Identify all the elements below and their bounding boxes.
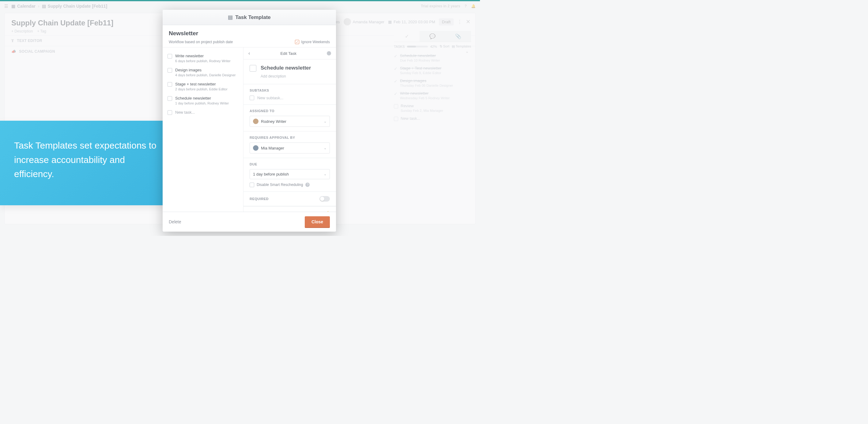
task-item[interactable]: ✓Design imagesThursday Feb 06 Danielle D… — [394, 77, 471, 89]
tab-comments[interactable]: 💬 — [420, 31, 445, 42]
due-select[interactable]: 1 day before publish ⌄ — [250, 169, 330, 179]
task-meta: Thursday Feb 06 Danielle Designer — [400, 84, 453, 87]
add-tag-link[interactable]: + Tag — [37, 29, 46, 33]
back-icon[interactable]: ‹ — [248, 51, 250, 56]
progress-bar — [407, 46, 428, 48]
template-task-list: Write newsletter6 days before publish, R… — [163, 48, 244, 212]
task-item[interactable]: ✓Stage + Test newsletterSunday Feb 9, Ed… — [394, 64, 471, 77]
template-task-item[interactable]: Design images4 days before publish, Dani… — [167, 65, 238, 79]
new-task-row[interactable]: New task... — [167, 108, 238, 117]
checkbox-icon — [394, 117, 398, 121]
assigned-label: ASSIGNED TO — [250, 109, 330, 113]
checkbox-icon — [394, 104, 398, 109]
task-title: Schedule newsletter — [400, 53, 440, 58]
required-toggle[interactable] — [319, 196, 330, 202]
close-icon[interactable]: ✕ — [466, 19, 470, 25]
help-icon[interactable]: ? — [305, 183, 310, 187]
calendar-icon: ▦ — [388, 20, 392, 24]
edit-task-title[interactable]: Schedule newsletter — [261, 65, 311, 71]
edit-task-header: Edit Task — [280, 51, 297, 56]
sort-link[interactable]: ⇅ Sort — [439, 44, 449, 49]
checkbox-icon — [167, 110, 172, 115]
check-icon: ✓ — [394, 66, 398, 71]
task-meta: 1 day before publish, Rodney Writer — [175, 101, 229, 105]
trial-text: Trial expires in 2 years — [421, 4, 460, 8]
template-task-item[interactable]: Stage + test newsletter2 days before pub… — [167, 79, 238, 93]
task-meta: 2 days before publish, Eddie Editor — [175, 87, 227, 91]
task-item[interactable]: ReviewSunday Feb 2, Mia Manager — [394, 102, 471, 114]
new-subtask-row[interactable]: New subtask... — [250, 95, 330, 100]
owner-pill[interactable]: Amanda Manager — [344, 18, 384, 25]
close-button[interactable]: Close — [305, 216, 330, 227]
right-panel: ✓ 💬 📎 TASKS 42% ⇅ Sort ▤ Templates ✓Sche… — [390, 28, 475, 126]
delete-button[interactable]: Delete — [169, 219, 181, 224]
task-item[interactable]: ✓Write newsletterWednesday Feb 5 Rodney … — [394, 89, 471, 102]
help-icon[interactable]: ? — [465, 4, 467, 8]
help-icon[interactable]: ? — [327, 51, 331, 56]
checkbox-icon[interactable] — [167, 68, 172, 72]
new-task-row[interactable]: New task... — [394, 114, 471, 123]
status-badge[interactable]: Draft — [439, 19, 454, 25]
checkbox-checked-icon: ✓ — [295, 40, 299, 44]
task-title: Review — [401, 103, 443, 108]
tab-attachments[interactable]: 📎 — [445, 31, 471, 42]
template-icon: ▤ — [228, 14, 233, 20]
required-label: REQUIRED — [250, 197, 269, 201]
breadcrumb-root[interactable]: Calendar — [17, 4, 35, 8]
calendar-icon: ▦ — [11, 4, 15, 8]
ignore-weekends-checkbox[interactable]: ✓ Ignore Weekends — [295, 40, 330, 44]
avatar-icon — [253, 145, 258, 151]
check-icon: ✓ — [394, 79, 398, 84]
promo-card: Task Templates set expectations to incre… — [0, 121, 172, 205]
add-description-link[interactable]: + Description — [11, 29, 33, 33]
date-pill[interactable]: ▦Feb 11, 2020 03:00 PM — [388, 20, 435, 24]
template-task-item[interactable]: Write newsletter6 days before publish, R… — [167, 51, 238, 65]
approval-select[interactable]: Mia Manager ⌄ — [250, 143, 330, 153]
modal-titlebar: ▤Task Template — [163, 10, 336, 25]
assigned-select[interactable]: Rodney Writer ⌄ — [250, 116, 330, 127]
chevron-down-icon: ⌄ — [324, 146, 327, 150]
avatar-icon — [253, 119, 258, 124]
task-title: Write newsletter — [400, 91, 450, 96]
templates-link[interactable]: ▤ Templates — [452, 44, 471, 49]
more-icon[interactable]: ⋮ — [457, 19, 462, 25]
task-item[interactable]: ✓Schedule newsletterDue Feb 10 Rodney Wr… — [394, 52, 471, 64]
bell-icon[interactable]: 🔔 — [471, 4, 476, 8]
menu-icon[interactable]: ☰ — [4, 4, 8, 8]
task-title: Write newsletter — [175, 54, 230, 58]
task-meta: Sunday Feb 9, Eddie Editor — [400, 71, 441, 75]
workflow-sub: Workflow based on project publish date — [169, 40, 233, 44]
tasks-label: TASKS — [394, 45, 405, 49]
percent: 42% — [430, 45, 437, 49]
disable-resched-label: Disable Smart Rescheduling — [257, 183, 303, 187]
chevron-down-icon: ⌄ — [324, 119, 327, 123]
promo-text: Task Templates set expectations to incre… — [14, 139, 157, 181]
checkbox-icon[interactable] — [167, 82, 172, 87]
template-task-item[interactable]: Schedule newsletter1 day before publish,… — [167, 93, 238, 108]
breadcrumb-current[interactable]: Supply Chain Update [Feb11] — [48, 4, 107, 8]
task-meta: Sunday Feb 2, Mia Manager — [401, 109, 443, 113]
check-icon: ✓ — [394, 54, 398, 59]
checkbox-icon[interactable] — [167, 54, 172, 59]
chevron-down-icon: ⌄ — [324, 172, 327, 176]
task-meta: Wednesday Feb 5 Rodney Writer — [400, 96, 450, 100]
chevron-down-icon: ⌄ — [466, 49, 469, 54]
task-title: Schedule newsletter — [175, 96, 229, 100]
add-description-link[interactable]: Add description — [261, 74, 330, 79]
task-title: Stage + test newsletter — [175, 82, 227, 86]
task-title: Design images — [400, 79, 453, 83]
task-title: Design images — [175, 68, 236, 72]
task-title: Stage + Test newsletter — [400, 66, 441, 70]
chevron-right-icon: › — [38, 4, 39, 8]
task-checkbox[interactable] — [250, 65, 256, 72]
task-meta: 4 days before publish, Danielle Designer — [175, 73, 236, 77]
check-icon: ✓ — [394, 91, 398, 96]
task-template-modal: ▤Task Template Newsletter Workflow based… — [163, 10, 336, 232]
tab-check[interactable]: ✓ — [394, 31, 420, 42]
subtasks-label: SUBTASKS — [250, 89, 330, 92]
text-icon: 𝐓 — [11, 39, 14, 43]
checkbox-icon[interactable] — [167, 96, 172, 101]
checkbox-icon — [250, 96, 254, 100]
task-meta: 6 days before publish, Rodney Writer — [175, 59, 230, 63]
disable-resched-checkbox[interactable] — [250, 183, 254, 187]
